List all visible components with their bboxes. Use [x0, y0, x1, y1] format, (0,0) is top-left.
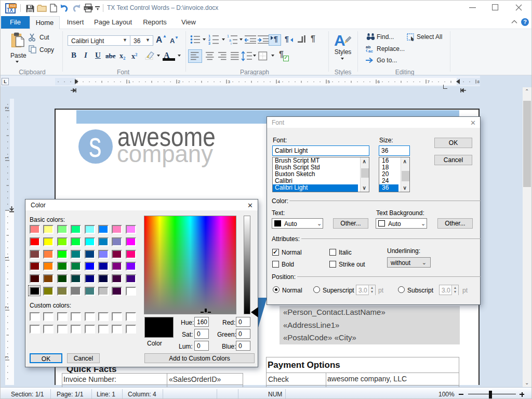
svg-text:2: 2 — [178, 79, 181, 84]
svg-text:2: 2 — [208, 38, 210, 42]
svg-text:3: 3 — [4, 356, 9, 358]
svg-text:7: 7 — [428, 79, 430, 84]
svg-text:ac: ac — [368, 49, 373, 52]
svg-text:4: 4 — [278, 79, 281, 84]
svg-text:1: 1 — [208, 34, 210, 38]
svg-text:2: 2 — [4, 107, 9, 109]
svg-text:1: 1 — [128, 79, 131, 84]
svg-text:1: 1 — [4, 256, 9, 259]
svg-text:A: A — [334, 32, 345, 48]
svg-text:3: 3 — [208, 42, 210, 45]
svg-text:1: 1 — [4, 156, 9, 159]
svg-text:1: 1 — [227, 34, 229, 38]
svg-text:8: 8 — [477, 79, 480, 84]
svg-text:2: 2 — [4, 306, 9, 309]
svg-text:a: a — [229, 38, 231, 42]
svg-text:i: i — [231, 42, 232, 45]
svg-text:5: 5 — [328, 79, 330, 84]
svg-text:3: 3 — [228, 79, 231, 84]
svg-text:6: 6 — [378, 79, 380, 84]
